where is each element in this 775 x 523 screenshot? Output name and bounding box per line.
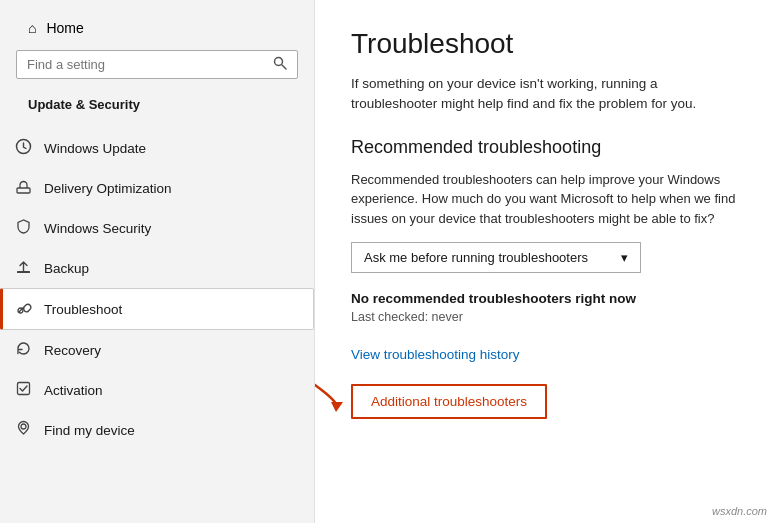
search-input[interactable] [27, 57, 273, 72]
svg-rect-3 [17, 188, 30, 193]
troubleshoot-icon [14, 299, 32, 319]
sidebar-item-delivery-optimization[interactable]: Delivery Optimization [0, 168, 314, 208]
home-icon: ⌂ [28, 20, 36, 36]
sidebar-item-label: Windows Update [44, 141, 146, 156]
svg-rect-6 [17, 383, 29, 395]
backup-icon [14, 258, 32, 278]
nav-list: Windows Update Delivery Optimization Win… [0, 128, 314, 450]
view-history-link[interactable]: View troubleshooting history [351, 347, 520, 362]
no-rec-label: No recommended troubleshooters right now [351, 291, 739, 306]
troubleshoot-dropdown[interactable]: Ask me before running troubleshooters ▾ [351, 242, 641, 273]
svg-line-1 [282, 65, 286, 69]
last-checked-label: Last checked: never [351, 310, 739, 324]
rec-section-heading: Recommended troubleshooting [351, 137, 739, 158]
delivery-optimization-icon [14, 178, 32, 198]
sidebar-item-recovery[interactable]: Recovery [0, 330, 314, 370]
watermark: wsxdn.com [712, 505, 767, 517]
sidebar-item-label: Backup [44, 261, 89, 276]
page-description: If something on your device isn't workin… [351, 74, 739, 115]
home-label: Home [46, 20, 83, 36]
sidebar-item-windows-security[interactable]: Windows Security [0, 208, 314, 248]
dropdown-value: Ask me before running troubleshooters [364, 250, 588, 265]
find-device-icon [14, 420, 32, 440]
svg-rect-4 [17, 271, 30, 273]
svg-point-0 [275, 58, 283, 66]
sidebar-item-windows-update[interactable]: Windows Update [0, 128, 314, 168]
red-arrow-svg [315, 354, 351, 414]
sidebar: ⌂ Home Update & Security Windows Update [0, 0, 315, 523]
sidebar-item-label: Find my device [44, 423, 135, 438]
search-icon [273, 56, 287, 73]
windows-update-icon [14, 138, 32, 158]
rec-description: Recommended troubleshooters can help imp… [351, 170, 739, 229]
page-title: Troubleshoot [351, 28, 739, 60]
sidebar-item-activation[interactable]: Activation [0, 370, 314, 410]
sidebar-item-label: Windows Security [44, 221, 151, 236]
section-title: Update & Security [16, 91, 298, 120]
search-box[interactable] [16, 50, 298, 79]
recovery-icon [14, 340, 32, 360]
shield-icon [14, 218, 32, 238]
sidebar-item-home[interactable]: ⌂ Home [16, 12, 298, 44]
sidebar-item-backup[interactable]: Backup [0, 248, 314, 288]
sidebar-item-label: Delivery Optimization [44, 181, 172, 196]
sidebar-item-label: Activation [44, 383, 103, 398]
sidebar-item-troubleshoot[interactable]: Troubleshoot [0, 288, 314, 330]
sidebar-item-find-my-device[interactable]: Find my device [0, 410, 314, 450]
svg-point-7 [21, 424, 26, 429]
sidebar-item-label: Recovery [44, 343, 101, 358]
additional-troubleshooters-button[interactable]: Additional troubleshooters [351, 384, 547, 419]
main-content: Troubleshoot If something on your device… [315, 0, 775, 523]
chevron-down-icon: ▾ [621, 250, 628, 265]
arrow-annotation-area: Additional troubleshooters [351, 384, 739, 419]
sidebar-item-label: Troubleshoot [44, 302, 122, 317]
svg-marker-8 [331, 402, 343, 412]
activation-icon [14, 380, 32, 400]
